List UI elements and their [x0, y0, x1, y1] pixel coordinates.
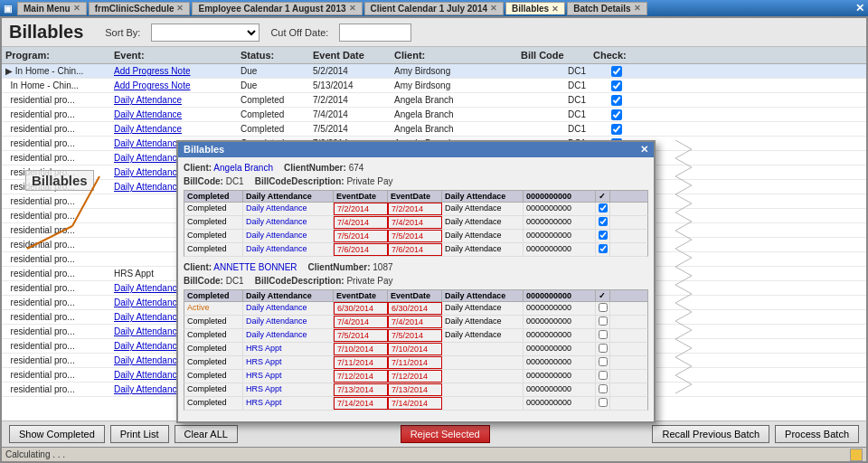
event-link[interactable]: Daily Attendance: [114, 326, 182, 336]
close-icon[interactable]: ✕: [552, 5, 559, 14]
popup-check[interactable]: [596, 316, 610, 328]
popup-desc: Daily Attendace: [442, 203, 524, 215]
popup-check[interactable]: [596, 203, 610, 215]
header: Billables Sort By: Cut Off Date:: [2, 18, 866, 47]
popup-table-header: Completed Daily Attendance EventDate Eve…: [184, 190, 648, 203]
popup-date1: 7/14/2014: [334, 397, 388, 410]
event-link[interactable]: Daily Attendance: [114, 109, 182, 119]
check-cell: [590, 124, 644, 135]
popup-check[interactable]: [596, 230, 610, 242]
popup-desc: Daily Attendace: [442, 216, 524, 229]
row-checkbox[interactable]: [611, 124, 622, 135]
event-cell: Daily Attendance: [110, 123, 237, 135]
sort-select[interactable]: [151, 24, 259, 42]
table-row[interactable]: residential pro... Daily Attendance Comp…: [2, 108, 866, 122]
show-completed-button[interactable]: Show Completed: [9, 425, 105, 443]
close-icon[interactable]: ✕: [634, 4, 641, 13]
popup-row: Completed Daily Attendance 7/2/2014 7/2/…: [184, 203, 648, 216]
event-link[interactable]: Daily Attendance: [114, 283, 182, 293]
table-row[interactable]: residential pro... Daily Attendance Comp…: [2, 93, 866, 108]
close-icon[interactable]: ✕: [349, 4, 356, 13]
process-batch-button[interactable]: Process Batch: [775, 425, 859, 443]
popup-close-icon[interactable]: ✕: [640, 144, 648, 156]
event-link[interactable]: Daily Attendance: [114, 153, 182, 163]
popup-item: Daily Attendance: [243, 203, 334, 215]
popup-row: Completed Daily Attendance 7/4/2014 7/4/…: [184, 316, 648, 329]
popup-code: 0000000000: [524, 343, 596, 355]
cutoff-label: Cut Off Date:: [270, 27, 328, 38]
popup-check[interactable]: [596, 343, 610, 355]
popup-check[interactable]: [596, 383, 610, 396]
row-checkbox[interactable]: [611, 80, 622, 91]
popup-check[interactable]: [596, 216, 610, 229]
table-row[interactable]: ▶ In Home - Chin... Add Progress Note Du…: [2, 64, 866, 79]
popup-date2: 7/6/2014: [388, 243, 442, 256]
program-cell: residential pro...: [2, 383, 110, 395]
event-link[interactable]: Daily Attendance: [114, 298, 182, 307]
popup-row: Completed Daily Attendance 7/5/2014 7/5/…: [184, 230, 648, 243]
tab-client-calendar[interactable]: Client Calendar 1 July 2014 ✕: [364, 2, 505, 15]
popup-header: Billables ✕: [178, 142, 654, 157]
event-cell: Daily Attendance: [110, 109, 237, 120]
popup-date2: 7/4/2014: [388, 316, 442, 328]
popup-item: Daily Attendance: [243, 316, 334, 328]
program-cell: residential pro...: [2, 123, 110, 135]
tab-main-menu[interactable]: Main Menu ✕: [17, 2, 87, 15]
popup-item: HRS Appt: [243, 397, 334, 410]
popup-item: HRS Appt: [243, 370, 334, 383]
tab-billables[interactable]: Billables ✕: [505, 2, 565, 14]
popup-check[interactable]: [596, 302, 610, 315]
row-checkbox[interactable]: [611, 95, 622, 106]
popup-check[interactable]: [596, 370, 610, 383]
popup-date1: 7/11/2014: [334, 356, 388, 369]
table-row[interactable]: In Home - Chin... Add Progress Note Due …: [2, 79, 866, 93]
popup-check[interactable]: [596, 243, 610, 256]
table-row[interactable]: residential pro... Daily Attendance Comp…: [2, 122, 866, 137]
event-link[interactable]: Daily Attendance: [114, 355, 182, 365]
popup-check[interactable]: [596, 397, 610, 410]
event-link[interactable]: Daily Attendance: [114, 138, 182, 148]
event-link[interactable]: Daily Attendance: [114, 182, 182, 192]
event-link[interactable]: Daily Attendance: [114, 341, 182, 351]
popup-table-header2: Completed Daily Attendance EventDate Eve…: [184, 289, 648, 302]
window-close-icon[interactable]: ✕: [855, 2, 864, 14]
popup-date1: 7/2/2014: [334, 203, 388, 215]
popup-date1: 7/13/2014: [334, 383, 388, 396]
page-title: Billables: [9, 22, 83, 43]
popup-row: Completed HRS Appt 7/11/2014 7/11/2014 0…: [184, 356, 648, 370]
event-text: HRS Appt: [114, 269, 154, 279]
tab-clinic-schedule[interactable]: frmClinicSchedule ✕: [89, 2, 191, 15]
popup-status: Completed: [184, 397, 243, 410]
row-checkbox[interactable]: [611, 109, 622, 120]
clear-all-button[interactable]: Clear ALL: [175, 425, 238, 443]
event-link[interactable]: Daily Attendance: [114, 167, 182, 177]
event-link[interactable]: Add Progress Note: [114, 66, 191, 76]
recall-previous-button[interactable]: Recall Previous Batch: [652, 425, 769, 443]
popup-date1: 7/6/2014: [334, 243, 388, 256]
tab-batch-details[interactable]: Batch Details ✕: [567, 2, 646, 15]
tab-employee-calendar[interactable]: Employee Calendar 1 August 2013 ✕: [192, 2, 362, 15]
popup-client1-section: Client: Angela Branch ClientNumber: 674 …: [184, 163, 648, 257]
popup-check[interactable]: [596, 329, 610, 342]
close-icon[interactable]: ✕: [176, 4, 184, 13]
billcode-cell: DC1: [517, 80, 590, 91]
popup-date2: 7/14/2014: [388, 397, 442, 410]
event-link[interactable]: Add Progress Note: [114, 80, 191, 90]
close-icon[interactable]: ✕: [490, 4, 497, 13]
event-link[interactable]: Daily Attendance: [114, 370, 182, 380]
event-link[interactable]: Daily Attendance: [114, 312, 182, 322]
event-link[interactable]: Daily Attendance: [114, 95, 182, 105]
close-icon[interactable]: ✕: [73, 4, 80, 13]
popup-code: 0000000000: [524, 370, 596, 383]
popup-date1: 7/4/2014: [334, 316, 388, 328]
event-link[interactable]: Daily Attendance: [114, 124, 182, 134]
app-menu[interactable]: ▣: [4, 4, 12, 14]
reject-selected-button[interactable]: Reject Selected: [401, 425, 490, 443]
print-list-button[interactable]: Print List: [110, 425, 169, 443]
event-link[interactable]: Daily Attendance: [114, 384, 182, 394]
client-cell: Amy Birdsong: [391, 80, 517, 91]
popup-check[interactable]: [596, 356, 610, 369]
cutoff-date-input[interactable]: [339, 24, 411, 42]
popup-row: Completed Daily Attendance 7/6/2014 7/6/…: [184, 243, 648, 257]
row-checkbox[interactable]: [611, 66, 622, 77]
